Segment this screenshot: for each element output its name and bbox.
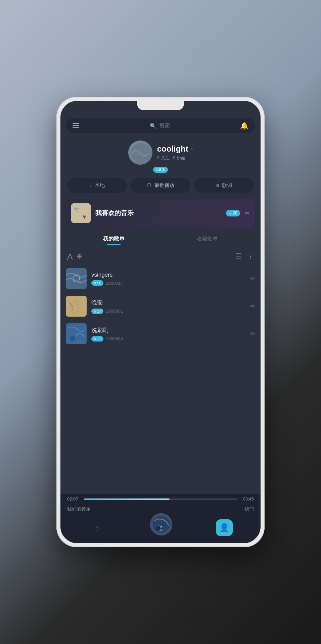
phone-frame: 🔍 搜索 🔔 cool [56,97,265,547]
playlist-meta-1: ♫ 56 1000017 [91,280,245,286]
svg-text:blu: blu [74,207,79,211]
username-row: coolight › [157,144,193,154]
list-item[interactable]: 洗刷刷 ♫ 11 1000584 ✏ [66,320,255,348]
note-icon-1: ♫ [93,281,96,285]
recent-label: 最近播放 [154,182,175,189]
music-note-icon: ♩ [89,182,92,189]
artist-name: 我们 [244,506,254,512]
playlist-name-1: vsingers [91,272,245,278]
playlist-info-3: 洗刷刷 ♫ 11 1000584 [91,326,245,341]
tab-collected[interactable]: 收藏歌单 [160,233,254,247]
tab-my-playlist-label: 我的歌单 [103,236,125,242]
svg-rect-1 [71,203,91,223]
playlist-info-1: vsingers ♫ 56 1000017 [91,272,245,286]
favorite-count-badge: ♫ 20 [226,210,240,216]
playlist-edit-button-2[interactable]: ✏ [250,303,255,310]
music-note-icon-badge: ♫ [229,211,232,215]
search-center[interactable]: 🔍 搜索 [83,122,237,129]
avatar-inner [128,140,152,165]
nav-home[interactable]: ⌂ [88,522,107,534]
favorite-edit-button[interactable]: ✏ [245,209,250,217]
list-item[interactable]: vsingers ♫ 56 1000017 ✏ [66,265,255,292]
favorite-cover: blu ⌒ ♥ [71,203,91,223]
svg-rect-9 [66,323,87,344]
local-button[interactable]: ♩ 本地 [67,178,127,193]
svg-text:♥: ♥ [83,213,86,220]
notch [137,101,184,110]
search-icon: 🔍 [150,123,156,129]
svg-point-16 [160,526,163,528]
playlist-id-1: 1000017 [106,281,123,286]
playlist-edit-button-3[interactable]: ✏ [250,330,255,337]
playlist-cover-3 [66,323,87,344]
mini-player[interactable]: 02:07 03:45 [60,494,261,504]
menu-line-1 [73,123,79,124]
nav-now-playing[interactable] [149,512,173,536]
playlist-count-badge-3: ♫ 11 [91,336,103,341]
playlist-name-2: 晚安 [91,299,245,307]
tab-my-playlist[interactable]: 我的歌单 [67,233,160,247]
playlist-meta-3: ♫ 11 1000584 [91,336,245,341]
bell-icon[interactable]: 🔔 [240,122,248,130]
svg-text:⌒: ⌒ [76,211,79,215]
tab-collected-label: 收藏歌单 [196,236,218,242]
svg-point-10 [69,335,76,342]
home-icon: ⌂ [95,523,100,532]
avatar[interactable] [128,140,152,165]
profile-info: coolight › 0 关注 0 粉丝 [157,144,193,161]
profile-section: coolight › 0 关注 0 粉丝 LV 3 [60,137,261,178]
menu-line-2 [73,125,79,126]
favorite-cover-inner: blu ⌒ ♥ [71,203,91,223]
username: coolight [157,144,188,154]
total-time: 03:45 [240,496,254,501]
search-placeholder: 搜索 [159,122,170,129]
more-icon[interactable]: ⋮ [247,252,254,260]
list-item[interactable]: 晚安 ♫ 17 1000001 ✏ [66,292,255,320]
playlist-edit-button-1[interactable]: ✏ [250,275,255,282]
local-label: 本地 [95,182,105,189]
playlist-list: vsingers ♫ 56 1000017 ✏ [60,265,261,494]
playlist-id-2: 1000001 [106,309,123,314]
menu-line-3 [73,127,79,128]
song-title: 我们的音乐 [67,506,91,512]
person-icon: 👤 [219,523,229,532]
svg-rect-7 [66,296,87,317]
favorite-title: 我喜欢的音乐 [95,209,221,217]
progress-bar[interactable] [84,498,237,500]
sort-up-icon[interactable]: ⋀ [67,252,73,260]
nav-profile-button[interactable]: 👤 [216,519,233,536]
search-bar[interactable]: 🔍 搜索 🔔 [66,118,255,133]
playlist-count-badge-2: ♫ 17 [91,309,103,314]
progress-fill [84,498,170,500]
profile-row: coolight › 0 关注 0 粉丝 [128,140,193,165]
playlist-count-badge-1: ♫ 56 [91,280,103,286]
playlist-id-3: 1000584 [106,336,123,341]
menu-button[interactable] [73,123,79,128]
favorite-card[interactable]: blu ⌒ ♥ 我喜欢的音乐 ♫ 20 ✏ [66,199,255,228]
lyrics-label: 歌词 [222,182,232,189]
tab-underline [107,244,121,245]
playlist-info-2: 晚安 ♫ 17 1000001 [91,299,245,314]
level-badge: LV 3 [153,167,168,173]
bottom-nav: ⌂ 👤 [60,519,261,543]
current-time: 02:07 [67,496,81,501]
favorite-count: 20 [233,211,237,215]
note-icon-2: ♫ [93,309,96,313]
lyrics-button[interactable]: ≡ 歌词 [194,178,254,193]
playlist-cover-2 [66,296,87,317]
lyrics-icon: ≡ [216,183,219,189]
clock-icon: ⏱ [146,183,152,189]
now-playing-cover [150,513,172,535]
quick-actions: ♩ 本地 ⏱ 最近播放 ≡ 歌词 [60,178,261,193]
note-icon-3: ♫ [93,337,96,341]
profile-chevron-icon[interactable]: › [191,146,193,152]
toolbar-right: ☰ ⋮ [236,252,254,260]
tabs-row: 我的歌单 收藏歌单 [60,233,261,247]
phone-screen: 🔍 搜索 🔔 cool [60,101,261,543]
recent-play-button[interactable]: ⏱ 最近播放 [131,178,190,193]
playlist-meta-2: ♫ 17 1000001 [91,309,245,314]
followers-text: 0 关注 0 粉丝 [157,155,193,161]
filter-icon[interactable]: ☰ [236,252,242,260]
playlist-name-3: 洗刷刷 [91,326,245,334]
add-playlist-icon[interactable]: ⊕ [77,252,82,260]
